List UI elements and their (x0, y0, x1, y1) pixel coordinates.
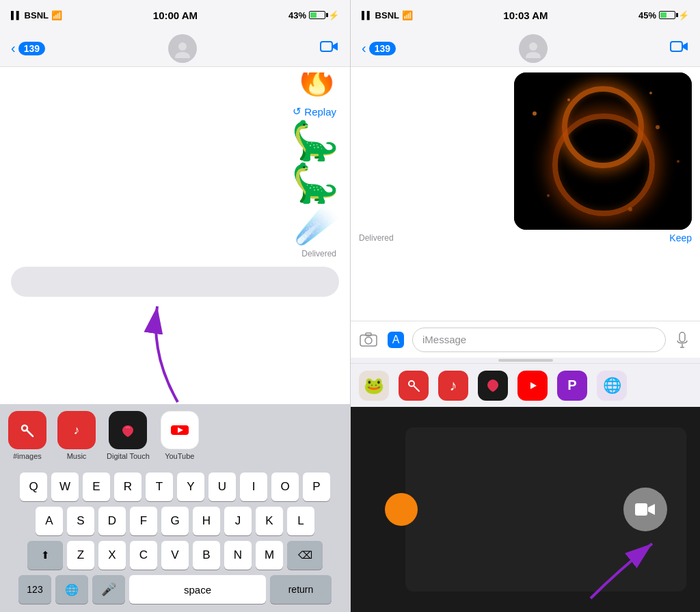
key-e[interactable]: E (83, 473, 110, 501)
left-signal: ▌▌ (11, 11, 22, 19)
right-app-images[interactable] (399, 371, 429, 401)
key-return[interactable]: return (270, 575, 332, 604)
left-video-button[interactable] (320, 40, 339, 57)
replay-link[interactable]: ↺ Replay (293, 105, 336, 118)
right-status-right: 45% ⚡ (638, 10, 689, 21)
left-carrier: BSNL (25, 10, 49, 21)
sent-bubble (514, 72, 692, 230)
key-i[interactable]: I (240, 473, 267, 501)
left-avatar[interactable] (168, 34, 197, 63)
right-battery-pct: 45% (638, 10, 656, 21)
key-z[interactable]: Z (67, 541, 94, 570)
app-digital-touch-label: Digital Touch (107, 452, 150, 460)
app-strip-scroll (498, 359, 553, 362)
bronto-message: 🦕 (291, 164, 339, 202)
svg-line-32 (414, 386, 419, 391)
key-t[interactable]: T (146, 473, 173, 501)
app-digital-touch[interactable]: Digital Touch (107, 411, 150, 460)
delivered-keep-row: Delivered Keep (351, 230, 700, 246)
right-battery-icon (659, 11, 675, 19)
key-k[interactable]: K (256, 507, 283, 535)
right-back-button[interactable]: ‹ 139 (362, 40, 396, 56)
svg-point-18 (656, 125, 660, 129)
key-a[interactable]: A (36, 507, 63, 535)
svg-point-1 (175, 52, 190, 58)
key-l[interactable]: L (287, 507, 314, 535)
svg-point-22 (628, 207, 632, 211)
key-delete[interactable]: ⌫ (287, 541, 323, 570)
app-music-label: Music (67, 452, 87, 460)
svg-point-24 (365, 337, 372, 344)
right-app-more[interactable]: 🌐 (597, 371, 627, 401)
key-q[interactable]: Q (20, 473, 47, 501)
right-app-strip: 🐸 ♪ P (351, 363, 700, 407)
key-space[interactable]: space (129, 575, 266, 604)
key-p[interactable]: P (303, 473, 330, 501)
key-o[interactable]: O (271, 473, 299, 501)
key-s[interactable]: S (67, 507, 94, 535)
app-images[interactable]: #images (8, 411, 46, 460)
key-y[interactable]: Y (177, 473, 204, 501)
key-x[interactable]: X (98, 541, 126, 570)
right-status-left: ▌▌ BSNL 📶 (362, 10, 413, 21)
right-carrier: BSNL (375, 10, 399, 21)
imessage-input[interactable]: iMessage (412, 328, 666, 352)
svg-text:♪: ♪ (74, 423, 80, 437)
right-app-youtube[interactable] (517, 371, 548, 401)
key-d[interactable]: D (98, 507, 126, 535)
key-h[interactable]: H (193, 507, 220, 535)
svg-point-20 (547, 194, 550, 197)
svg-text:A: A (392, 334, 400, 345)
right-wifi-icon: 📶 (402, 10, 413, 21)
partial-fire-emoji: 🔥 (295, 72, 339, 100)
key-shift[interactable]: ⬆ (27, 541, 63, 570)
svg-point-13 (529, 42, 537, 51)
left-input-hint (11, 267, 339, 297)
left-back-button[interactable]: ‹ 139 (11, 40, 45, 56)
right-back-chevron: ‹ (362, 40, 366, 56)
right-back-badge: 139 (369, 42, 396, 55)
left-delivered: Delivered (301, 249, 336, 258)
key-num[interactable]: 123 (18, 575, 51, 604)
app-music[interactable]: ♪ Music (57, 411, 96, 460)
key-j[interactable]: J (224, 507, 252, 535)
left-wifi-icon: 📶 (51, 10, 62, 21)
key-g[interactable]: G (161, 507, 189, 535)
right-messages-area: Delivered Keep (351, 67, 700, 321)
key-f[interactable]: F (130, 507, 157, 535)
key-b[interactable]: B (193, 541, 220, 570)
key-u[interactable]: U (208, 473, 236, 501)
key-n[interactable]: N (224, 541, 252, 570)
key-r[interactable]: R (114, 473, 142, 501)
right-video-button[interactable] (670, 40, 689, 57)
key-globe[interactable]: 🌐 (55, 575, 88, 604)
app-youtube-icon (161, 411, 199, 449)
sent-bubble-image (514, 72, 692, 230)
key-c[interactable]: C (130, 541, 157, 570)
dt-video-button[interactable] (623, 488, 667, 531)
left-battery-icon (309, 11, 325, 19)
camera-button[interactable] (358, 329, 379, 351)
replay-icon: ↺ (293, 105, 301, 118)
key-w[interactable]: W (51, 473, 79, 501)
right-app-music[interactable]: ♪ (438, 371, 468, 401)
app-youtube-label: YouTube (165, 452, 194, 460)
key-m[interactable]: M (256, 541, 283, 570)
right-charging-bolt: ⚡ (678, 10, 689, 21)
key-mic[interactable]: 🎤 (92, 575, 125, 604)
key-v[interactable]: V (161, 541, 189, 570)
right-app-p[interactable]: P (557, 371, 587, 401)
right-phone-panel: ▌▌ BSNL 📶 10:03 AM 45% ⚡ ‹ 139 (350, 0, 700, 612)
right-avatar[interactable] (519, 34, 548, 63)
sent-video-message (351, 72, 700, 230)
sparkle-overlay (514, 72, 692, 230)
appstore-button[interactable]: A (385, 329, 407, 351)
mic-button[interactable] (671, 329, 693, 351)
right-delivered: Delivered (359, 233, 394, 243)
svg-point-19 (677, 160, 679, 163)
dt-orange-dot (385, 493, 418, 526)
right-app-sticker[interactable]: 🐸 (359, 371, 389, 401)
app-youtube[interactable]: YouTube (161, 411, 199, 460)
keep-button[interactable]: Keep (669, 232, 692, 243)
right-app-digital-touch[interactable] (478, 371, 508, 401)
